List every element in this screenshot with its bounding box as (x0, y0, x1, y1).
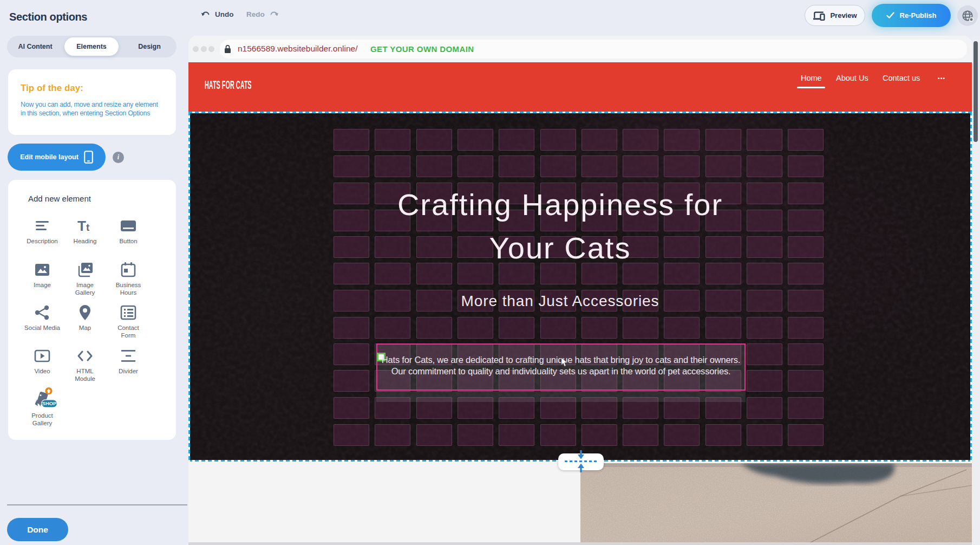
svg-text:T: T (77, 218, 86, 234)
svg-text:t: t (86, 222, 90, 233)
svg-text:SHOP: SHOP (42, 401, 56, 406)
